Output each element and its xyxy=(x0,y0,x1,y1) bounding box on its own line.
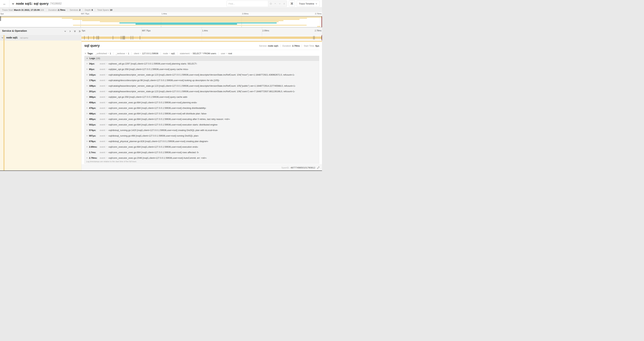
tag-key: _verbose xyxy=(116,52,125,55)
span-meta-item: Start Time: 0μs xyxy=(302,45,319,47)
log-expand-icon[interactable] xyxy=(86,124,88,125)
tag-key: client xyxy=(134,52,139,55)
log-expand-icon[interactable] xyxy=(86,69,88,70)
logs-collapse-icon[interactable] xyxy=(86,57,88,59)
log-expand-icon[interactable] xyxy=(86,157,88,159)
log-row[interactable]: 189μs: event = ‹sql/catalog/lease/descri… xyxy=(84,83,319,89)
row-collapse-icon[interactable] xyxy=(2,37,4,39)
span-duration-bar[interactable] xyxy=(81,37,322,39)
log-row[interactable]: 597μs: event = ‹sql/distsql_running.go:4… xyxy=(84,133,319,138)
locate-icon[interactable] xyxy=(269,2,273,6)
log-expand-icon[interactable] xyxy=(86,113,88,114)
span-row-label[interactable]: node sql1 sql query xyxy=(0,35,81,41)
logs-header[interactable]: Logs (18) xyxy=(84,56,319,61)
keyboard-shortcuts-button[interactable]: ⌘ xyxy=(289,1,295,7)
log-row[interactable]: 495μs: event = ‹sql/conn_executor_exec.g… xyxy=(84,116,319,122)
back-button[interactable]: ← xyxy=(0,0,9,7)
span-meta-item: Duration: 2.79ms xyxy=(280,45,300,47)
ruler-tick-label: 697.75μs xyxy=(142,30,151,32)
trace-info-value: 6 xyxy=(92,9,93,11)
log-event-value: ‹sql/distsql_physical_planner.go:828 [ns… xyxy=(108,140,208,143)
logs-section: Logs (18) 34μs: event = ‹sql/exec_util.g… xyxy=(84,56,319,164)
log-row[interactable]: 486μs: event = ‹sql/conn_executor_exec.g… xyxy=(84,111,319,116)
log-row[interactable]: 201μs: event = ‹sql/catalog/lease/descri… xyxy=(84,89,319,94)
log-timestamp: 459μs: xyxy=(89,101,100,104)
log-event-key: event xyxy=(100,123,105,126)
log-timestamp: 366μs: xyxy=(89,96,100,98)
log-row[interactable]: 176μs: event = ‹sql/catalog/descs/descri… xyxy=(84,78,319,83)
log-timestamp: 2.7ms: xyxy=(89,151,100,154)
log-event-value: ‹sql/conn_executor_exec.go:684 [nsql1,cl… xyxy=(108,112,207,115)
log-row[interactable]: 574μs: event = ‹sql/distsql_running.go:1… xyxy=(84,127,319,133)
tags-expand-icon[interactable] xyxy=(84,53,86,54)
clear-search-icon[interactable] xyxy=(282,2,286,6)
log-row[interactable]: 502μs: event = ‹sql/conn_executor_exec.g… xyxy=(84,122,319,127)
log-expand-icon[interactable] xyxy=(86,96,88,98)
log-row[interactable]: 678μs: event = ‹sql/distsql_physical_pla… xyxy=(84,138,319,144)
log-row[interactable]: 2.7ms: event = ‹sql/conn_executor_exec.g… xyxy=(84,150,319,155)
log-event-value: ‹sql/catalog/lease/descriptor_version_st… xyxy=(108,90,295,93)
prev-result-icon[interactable] xyxy=(274,2,277,6)
tag-item: user = root xyxy=(218,52,232,55)
log-event-tick xyxy=(123,36,124,40)
log-event-key: event xyxy=(100,112,105,115)
log-row[interactable]: 80μs: event = ‹sql/plan_opt.go:358 [nsql… xyxy=(84,66,319,72)
log-expand-icon[interactable] xyxy=(86,141,88,142)
log-expand-icon[interactable] xyxy=(86,91,88,92)
minimap-left-scrubber[interactable] xyxy=(0,17,1,21)
minimap-span-bar xyxy=(73,25,306,26)
log-timestamp: 486μs: xyxy=(89,112,100,115)
chevron-down-icon[interactable] xyxy=(12,3,14,5)
tag-equals: = xyxy=(108,52,109,55)
log-timestamp: 476μs: xyxy=(89,107,100,109)
log-event-tick xyxy=(133,36,133,40)
log-expand-icon[interactable] xyxy=(86,152,88,153)
span-detail-panel: sql query Service: node sql1 Duration: 2… xyxy=(81,41,322,171)
minimap-canvas[interactable] xyxy=(0,16,322,28)
log-event-value: ‹sql/exec_util.go:2297 [nsql1,client=127… xyxy=(108,62,197,65)
span-row-timeline[interactable] xyxy=(81,35,322,41)
find-input[interactable] xyxy=(227,1,268,7)
trace-timeline-dropdown[interactable]: Trace Timeline xyxy=(297,1,320,7)
header-actions: ⌘ Trace Timeline xyxy=(226,0,320,7)
log-row[interactable]: 2.79ms: event = ‹sql/conn_executor_exec.… xyxy=(84,155,319,161)
log-row[interactable]: 476μs: event = ‹sql/conn_executor_exec.g… xyxy=(84,105,319,111)
expand-one-icon[interactable] xyxy=(68,30,71,33)
tags-title: Tags: xyxy=(88,52,93,55)
minimap-tick-label: 1.4ms xyxy=(162,13,167,15)
log-expand-icon[interactable] xyxy=(86,146,88,148)
log-row[interactable]: 366μs: event = ‹sql/plan_opt.go:358 [nsq… xyxy=(84,94,319,100)
minimap-right-scrubber[interactable] xyxy=(322,17,322,27)
find-group xyxy=(226,1,287,7)
log-event-value: ‹sql/plan_opt.go:358 [nsql1,client=127.0… xyxy=(108,68,188,71)
log-event-tick xyxy=(124,36,124,40)
log-row[interactable]: 2.69ms: event = ‹sql/conn_executor_exec.… xyxy=(84,144,319,150)
log-expand-icon[interactable] xyxy=(86,107,88,109)
log-row[interactable]: 142μs: event = ‹sql/catalog/lease/descri… xyxy=(84,72,319,78)
tag-equals: = xyxy=(169,52,170,55)
tag-key: node xyxy=(163,52,168,55)
log-expand-icon[interactable] xyxy=(86,74,88,76)
log-expand-icon[interactable] xyxy=(86,85,88,87)
tag-value: 1 xyxy=(110,52,111,55)
log-event-key: event xyxy=(100,151,105,154)
log-equals: = xyxy=(106,129,107,131)
log-equals: = xyxy=(106,85,107,87)
log-row[interactable]: 459μs: event = ‹sql/conn_executor_exec.g… xyxy=(84,100,319,105)
find-icon-strip xyxy=(268,1,287,7)
next-result-icon[interactable] xyxy=(278,2,282,6)
collapse-all-icon[interactable] xyxy=(74,30,76,33)
log-row[interactable]: 34μs: event = ‹sql/exec_util.go:2297 [ns… xyxy=(84,61,319,66)
copy-link-icon[interactable] xyxy=(317,166,320,169)
collapse-one-icon[interactable] xyxy=(64,30,66,33)
log-expand-icon[interactable] xyxy=(86,80,88,81)
column-resizer-grip[interactable]: ∥ xyxy=(79,30,80,33)
log-expand-icon[interactable] xyxy=(86,63,88,65)
tags-row[interactable]: Tags: _unfinished = 1 _verbose = 1 clien… xyxy=(84,51,319,56)
log-expand-icon[interactable] xyxy=(86,102,88,103)
log-expand-icon[interactable] xyxy=(86,135,88,137)
log-expand-icon[interactable] xyxy=(86,129,88,131)
log-expand-icon[interactable] xyxy=(86,118,88,120)
tag-item: client = 127.0.0.1:59936 xyxy=(132,52,158,55)
span-meta: Service: node sql1 Duration: 2.79ms Star… xyxy=(259,45,319,47)
